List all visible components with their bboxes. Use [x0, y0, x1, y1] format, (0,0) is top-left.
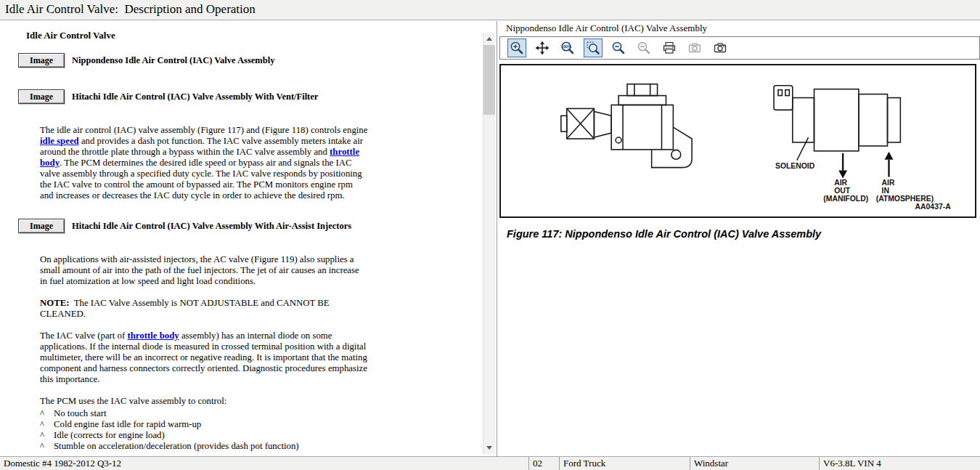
air-out-label-line2: OUT: [834, 187, 851, 195]
list-item: ^Stumble on acceleration/deceleration (p…: [40, 441, 368, 452]
zoom-window-icon: [586, 41, 600, 55]
app-window: Idle Air Control Valve: Description and …: [0, 0, 980, 470]
document-content: Idle Air Control Valve Image Nippondenso…: [0, 21, 375, 452]
list-intro: The PCM uses the IAC valve assembly to c…: [40, 396, 368, 407]
status-bar: Domestic #4 1982-2012 Q3-12 02 Ford Truc…: [0, 456, 980, 470]
list-bullet: ^: [40, 408, 54, 419]
air-in-label-line2: IN: [882, 187, 889, 195]
document-scrollbar[interactable]: [483, 33, 495, 454]
zoom-window-button[interactable]: [584, 39, 603, 57]
image-button-hitachi-vent-filter[interactable]: Image: [18, 89, 65, 104]
zoom-in-button[interactable]: [507, 39, 526, 57]
figure-image-frame: SOLENOID AIR OUT (MANIFOLD) AIR IN (ATMO…: [499, 64, 976, 218]
list-bullet: ^: [40, 430, 54, 441]
image-panel: Nippondenso Idle Air Control (IAC) Valve…: [499, 21, 980, 456]
status-model: Windstar: [690, 457, 819, 470]
zoom-100-icon: 100%: [560, 41, 575, 55]
figure-part-number: AA0437-A: [915, 203, 952, 211]
note-label: NOTE:: [40, 298, 70, 308]
zoom-100-button[interactable]: 100%: [558, 39, 577, 57]
figure-link-row: Image Hitachi Idle Air Control (IAC) Val…: [18, 89, 375, 104]
print-icon: [662, 41, 677, 55]
air-in-label-line1: AIR: [882, 179, 895, 187]
text-run: . The PCM determines the desired idle sp…: [40, 158, 362, 200]
figure-link-label: Nippondenso Idle Air Control (IAC) Valve…: [72, 55, 274, 66]
air-out-label-line1: AIR: [834, 179, 847, 187]
list-item-text: No touch start: [54, 408, 107, 419]
page-title: Idle Air Control Valve: Description and …: [0, 0, 256, 19]
panel-divider: [497, 21, 497, 456]
list-item: ^No touch start: [40, 408, 368, 419]
image-button-hitachi-air-assist[interactable]: Image: [18, 219, 65, 233]
status-make: Ford Truck: [559, 457, 690, 470]
iac-valve-diagram: SOLENOID AIR OUT (MANIFOLD) AIR IN (ATMO…: [501, 65, 975, 216]
solenoid-label: SOLENOID: [775, 162, 815, 170]
list-item: ^Idle (corrects for engine load): [40, 430, 368, 441]
figure-link-label: Hitachi Idle Air Control (IAC) Valve Ass…: [72, 221, 351, 232]
image-panel-title: Nippondenso Idle Air Control (IAC) Valve…: [499, 21, 980, 36]
figure-link-label: Hitachi Idle Air Control (IAC) Valve Ass…: [72, 92, 318, 102]
list-item-text: Idle (corrects for engine load): [54, 430, 165, 441]
camera-icon: [713, 41, 727, 55]
pan-button[interactable]: [533, 39, 552, 57]
scroll-down-button[interactable]: [483, 442, 495, 454]
figure-link-row: Image Hitachi Idle Air Control (IAC) Val…: [18, 219, 375, 233]
air-out-label-line3: (MANIFOLD): [823, 195, 868, 203]
camera-button[interactable]: [711, 39, 730, 57]
image-button-nippondenso[interactable]: Image: [18, 53, 65, 68]
zoom-out-icon: [611, 41, 626, 55]
list-item-text: Cold engine fast idle for rapid warm-up: [54, 419, 201, 430]
image-toolbar: 100%: [499, 36, 980, 60]
figure-caption: Figure 117: Nippondenso Idle Air Control…: [507, 228, 980, 240]
paragraph-internal-diode: The IAC valve (part of throttle body ass…: [40, 331, 368, 385]
zoom-previous-icon: [637, 41, 651, 55]
copy-image-icon: [687, 41, 702, 55]
zoom-in-icon: [510, 41, 524, 55]
document-panel: Idle Air Control Valve Image Nippondenso…: [0, 21, 495, 456]
text-run: The idle air control (IAC) valve assembl…: [40, 125, 367, 135]
status-database: Domestic #4 1982-2012 Q3-12: [0, 457, 528, 470]
pan-icon: [535, 41, 550, 55]
pcm-control-list: ^No touch start ^Cold engine fast idle f…: [40, 408, 368, 452]
status-code: 02: [528, 457, 559, 470]
scroll-up-button[interactable]: [483, 33, 495, 45]
list-bullet: ^: [40, 441, 54, 452]
link-throttle-body[interactable]: throttle body: [127, 331, 179, 341]
print-button[interactable]: [660, 39, 679, 57]
air-in-label-line3: (ATMOSPHERE): [876, 195, 934, 203]
page-header: Idle Air Control Valve: Description and …: [0, 0, 980, 20]
paragraph-note: NOTE: The IAC Valve Assembly is NOT ADJU…: [40, 298, 368, 320]
zoom-out-button[interactable]: [609, 39, 628, 57]
zoom-100-label: 100%: [561, 44, 571, 49]
doc-heading: Idle Air Control Valve: [26, 30, 375, 41]
paragraph-iac-description: The idle air control (IAC) valve assembl…: [40, 125, 368, 201]
text-run: The IAC valve (part of: [40, 331, 127, 341]
list-item-text: Stumble on acceleration/deceleration (pr…: [54, 441, 299, 452]
copy-image-button: [685, 39, 704, 57]
paragraph-air-assist: On applications with air-assisted inject…: [40, 254, 368, 287]
scrollbar-thumb[interactable]: [483, 45, 495, 115]
list-item: ^Cold engine fast idle for rapid warm-up: [40, 419, 368, 430]
link-idle-speed[interactable]: idle speed: [40, 136, 79, 146]
figure-link-row: Image Nippondenso Idle Air Control (IAC)…: [18, 53, 375, 68]
note-text: The IAC Valve Assembly is NOT ADJUSTABLE…: [40, 298, 332, 319]
text-run: and provides a dash pot function. The IA…: [40, 136, 363, 157]
status-engine: V6-3.8L VIN 4: [819, 457, 980, 470]
zoom-previous-button: [634, 39, 653, 57]
list-bullet: ^: [40, 419, 54, 430]
